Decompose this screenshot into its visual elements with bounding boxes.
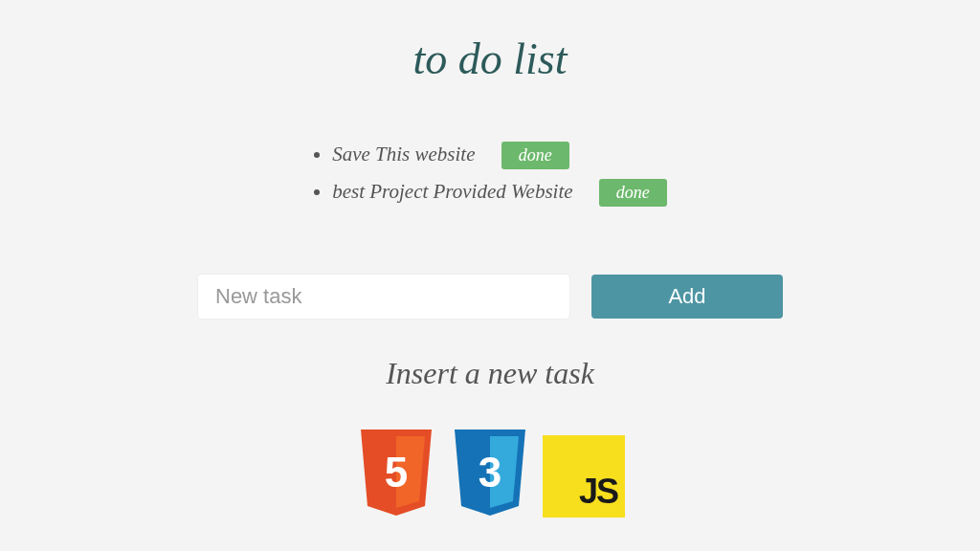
task-list: Save This website done best Project Prov… bbox=[313, 142, 667, 216]
svg-text:5: 5 bbox=[385, 449, 408, 496]
logos-row: 5 3 JS bbox=[355, 430, 625, 525]
task-text: Save This website bbox=[332, 143, 475, 165]
js-icon: JS bbox=[543, 435, 625, 518]
page-title: to do list bbox=[412, 33, 567, 84]
svg-text:3: 3 bbox=[479, 449, 501, 496]
task-text: best Project Provided Website bbox=[332, 180, 572, 203]
add-button[interactable]: Add bbox=[591, 275, 783, 319]
new-task-input[interactable] bbox=[197, 274, 570, 320]
task-item: Save This website done bbox=[332, 142, 667, 169]
js-label: JS bbox=[579, 472, 617, 512]
subtitle: Insert a new task bbox=[386, 356, 594, 391]
done-button[interactable]: done bbox=[501, 142, 569, 169]
html5-icon: 5 bbox=[355, 430, 437, 525]
done-button[interactable]: done bbox=[599, 179, 667, 207]
input-row: Add bbox=[197, 274, 783, 320]
task-item: best Project Provided Website done bbox=[332, 179, 667, 207]
css3-icon: 3 bbox=[449, 430, 531, 525]
main-container: to do list Save This website done best P… bbox=[0, 0, 980, 525]
